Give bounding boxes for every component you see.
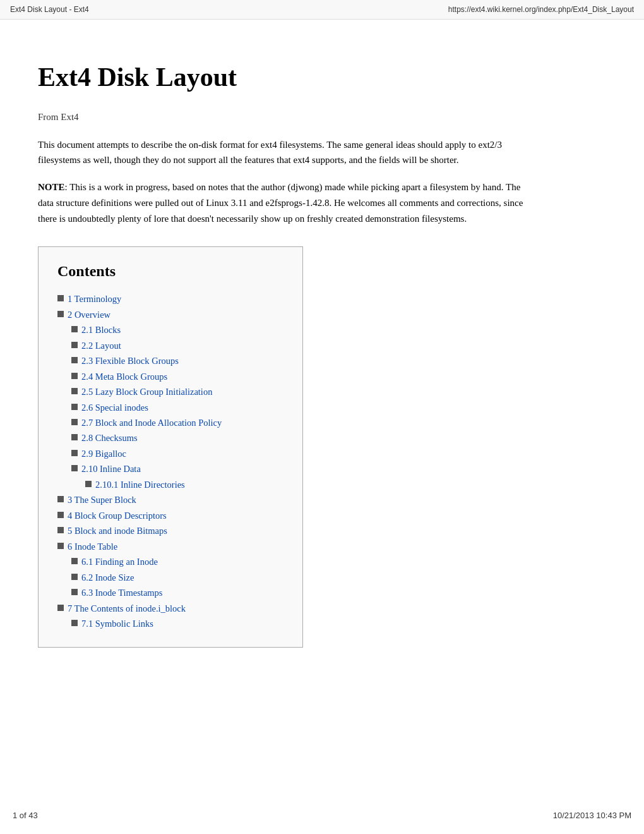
url-bar: https://ext4.wiki.kernel.org/index.php/E…: [448, 4, 634, 15]
toc-item: 2 Overview: [57, 307, 283, 322]
toc-link[interactable]: 2.8 Checksums: [81, 431, 138, 445]
toc-link[interactable]: 6.2 Inode Size: [81, 571, 134, 584]
toc-link[interactable]: 5 Block and inode Bitmaps: [68, 524, 167, 538]
toc-item: 2.10 Inline Data: [71, 461, 283, 476]
toc-bullet-icon: [57, 512, 64, 518]
toc-item: 2.4 Meta Block Groups: [71, 369, 283, 384]
from-line: From Ext4: [38, 110, 530, 124]
toc-item: 5 Block and inode Bitmaps: [57, 523, 283, 538]
toc-bullet-icon: [71, 326, 78, 332]
toc-link[interactable]: 2.5 Lazy Block Group Initialization: [81, 385, 212, 399]
toc-item: 6.2 Inode Size: [71, 570, 283, 585]
toc-link[interactable]: 2.2 Layout: [81, 339, 121, 353]
toc-bullet-icon: [71, 465, 78, 471]
toc-item: 2.7 Block and Inode Allocation Policy: [71, 415, 283, 430]
toc-list: 1 Terminology2 Overview2.1 Blocks2.2 Lay…: [57, 291, 283, 631]
toc-link[interactable]: 2.10 Inline Data: [81, 462, 141, 476]
note-body: : This is a work in progress, based on n…: [38, 182, 523, 224]
toc-bullet-icon: [71, 388, 78, 394]
tab-title: Ext4 Disk Layout - Ext4: [10, 4, 89, 15]
toc-item: 2.8 Checksums: [71, 430, 283, 445]
toc-item: 7 The Contents of inode.i_block: [57, 601, 283, 616]
toc-bullet-icon: [71, 404, 78, 410]
toc-item: 2.1 Blocks: [71, 322, 283, 337]
toc-bullet-icon: [57, 496, 64, 502]
toc-bullet-icon: [71, 558, 78, 564]
toc-bullet-icon: [85, 481, 92, 487]
toc-bullet-icon: [71, 434, 78, 440]
toc-link[interactable]: 7 The Contents of inode.i_block: [68, 601, 186, 615]
page-info: 1 of 43: [13, 809, 38, 822]
intro-paragraph: This document attempts to describe the o…: [38, 137, 530, 169]
toc-item: 6.3 Inode Timestamps: [71, 585, 283, 600]
toc-bullet-icon: [71, 620, 78, 626]
toc-link[interactable]: 2.9 Bigalloc: [81, 447, 126, 461]
toc-item: 4 Block Group Descriptors: [57, 508, 283, 523]
toc-item: 7.1 Symbolic Links: [71, 616, 283, 631]
toc-item: 1 Terminology: [57, 291, 283, 306]
toc-link[interactable]: 7.1 Symbolic Links: [81, 617, 153, 631]
toc-bullet-icon: [71, 373, 78, 379]
toc-bullet-icon: [71, 589, 78, 595]
toc-bullet-icon: [71, 419, 78, 425]
note-paragraph: NOTE: This is a work in progress, based …: [38, 179, 530, 226]
toc-bullet-icon: [57, 295, 64, 301]
toc-item: 2.3 Flexible Block Groups: [71, 353, 283, 368]
toc-bullet-icon: [71, 574, 78, 580]
toc-bullet-icon: [71, 342, 78, 348]
toc-item: 2.6 Special inodes: [71, 400, 283, 415]
toc-link[interactable]: 1 Terminology: [68, 292, 121, 306]
toc-item: 6 Inode Table: [57, 539, 283, 554]
toc-bullet-icon: [71, 450, 78, 456]
contents-title: Contents: [57, 260, 283, 282]
toc-item: 2.5 Lazy Block Group Initialization: [71, 384, 283, 399]
toc-link[interactable]: 6 Inode Table: [68, 540, 117, 553]
toc-link[interactable]: 2.10.1 Inline Directories: [95, 478, 185, 492]
toc-link[interactable]: 3 The Super Block: [68, 493, 136, 507]
toc-bullet-icon: [57, 527, 64, 533]
toc-link[interactable]: 2.3 Flexible Block Groups: [81, 354, 179, 368]
toc-link[interactable]: 2.6 Special inodes: [81, 401, 148, 414]
browser-bar: Ext4 Disk Layout - Ext4 https://ext4.wik…: [0, 0, 644, 20]
toc-item: 2.10.1 Inline Directories: [85, 477, 283, 492]
toc-item: 2.2 Layout: [71, 338, 283, 353]
page-title: Ext4 Disk Layout: [38, 57, 530, 97]
toc-bullet-icon: [57, 311, 64, 317]
toc-link[interactable]: 2.1 Blocks: [81, 323, 121, 337]
toc-link[interactable]: 4 Block Group Descriptors: [68, 509, 167, 523]
page-content: Ext4 Disk Layout From Ext4 This document…: [0, 20, 568, 698]
toc-item: 3 The Super Block: [57, 492, 283, 507]
toc-link[interactable]: 6.1 Finding an Inode: [81, 555, 158, 569]
toc-item: 6.1 Finding an Inode: [71, 554, 283, 569]
toc-link[interactable]: 2.7 Block and Inode Allocation Policy: [81, 416, 222, 430]
note-label: NOTE: [38, 182, 65, 192]
toc-bullet-icon: [71, 357, 78, 363]
timestamp: 10/21/2013 10:43 PM: [553, 809, 631, 822]
toc-link[interactable]: 2.4 Meta Block Groups: [81, 370, 167, 384]
toc-bullet-icon: [57, 543, 64, 549]
page-footer: 1 of 43 10/21/2013 10:43 PM: [0, 809, 644, 822]
toc-bullet-icon: [57, 605, 64, 611]
toc-item: 2.9 Bigalloc: [71, 446, 283, 461]
contents-box: Contents 1 Terminology2 Overview2.1 Bloc…: [38, 246, 303, 647]
toc-link[interactable]: 2 Overview: [68, 308, 110, 322]
toc-link[interactable]: 6.3 Inode Timestamps: [81, 586, 163, 600]
